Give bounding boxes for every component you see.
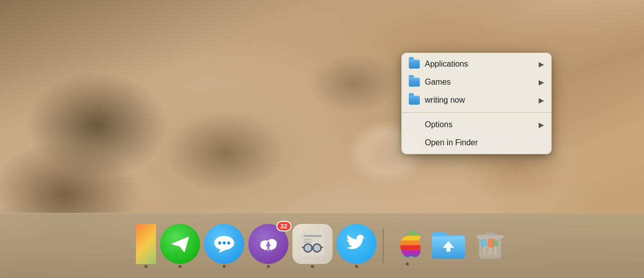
- menu-item-options[interactable]: Options ▶: [402, 116, 551, 134]
- svg-point-1: [218, 241, 221, 244]
- dock-dot-cloudapp: [267, 265, 270, 268]
- folder-writing-icon: [409, 95, 420, 106]
- folder-applications-icon: [409, 59, 420, 70]
- svg-point-14: [313, 244, 321, 252]
- menu-section-actions: Options ▶ Open in Finder: [402, 114, 551, 154]
- svg-rect-8: [267, 246, 269, 249]
- context-menu: Applications ▶ Games ▶ writing now ▶ Opt…: [401, 53, 552, 154]
- cloudapp-badge: 32: [276, 221, 291, 231]
- dock: 32: [0, 213, 644, 278]
- dock-item-colorful-app[interactable]: [136, 224, 156, 268]
- menu-item-applications-label: Applications: [425, 60, 534, 69]
- menu-divider: [402, 112, 551, 113]
- svg-rect-20: [394, 245, 421, 250]
- dock-item-messages[interactable]: [204, 224, 244, 268]
- svg-rect-22: [394, 254, 421, 259]
- twitter-icon: [345, 232, 368, 255]
- apple-icon: [390, 226, 425, 261]
- dock-separator: [383, 228, 384, 263]
- trash-icon: [472, 226, 508, 262]
- menu-item-applications[interactable]: Applications ▶: [402, 55, 551, 73]
- dock-item-downloads[interactable]: [429, 224, 468, 267]
- svg-point-13: [304, 244, 312, 252]
- svg-point-2: [223, 241, 226, 244]
- svg-point-3: [227, 241, 230, 244]
- messages-icon: [213, 234, 236, 254]
- readkit-icon: [298, 230, 327, 258]
- svg-rect-11: [303, 239, 311, 240]
- dock-item-twitter[interactable]: [337, 224, 377, 268]
- cloud-icon: [257, 232, 280, 255]
- dock-dot-copilot: [179, 265, 182, 268]
- menu-item-options-arrow: ▶: [539, 121, 544, 129]
- menu-item-options-label: Options: [425, 120, 534, 129]
- dock-item-cloudapp[interactable]: 32: [248, 224, 288, 268]
- menu-item-writing-now-arrow: ▶: [539, 96, 544, 104]
- menu-item-games-label: Games: [425, 78, 534, 87]
- svg-rect-19: [394, 240, 421, 245]
- svg-rect-21: [394, 250, 421, 255]
- menu-item-applications-arrow: ▶: [539, 60, 544, 68]
- dock-item-trash[interactable]: [472, 226, 508, 266]
- svg-rect-12: [303, 241, 311, 243]
- svg-rect-10: [303, 235, 321, 237]
- dock-item-copilot[interactable]: [160, 224, 200, 268]
- dock-dot-apple: [406, 262, 409, 265]
- menu-item-games[interactable]: Games ▶: [402, 73, 551, 91]
- svg-rect-29: [486, 232, 495, 235]
- dock-dot-messages: [223, 265, 226, 268]
- menu-item-writing-now-label: writing now: [425, 96, 534, 105]
- downloads-folder-icon: [429, 224, 468, 263]
- svg-rect-35: [494, 240, 499, 246]
- paper-plane-icon: [169, 232, 192, 255]
- dock-dot-readkit: [311, 265, 314, 268]
- folder-games-icon: [409, 77, 420, 88]
- menu-item-open-in-finder[interactable]: Open in Finder: [402, 134, 551, 152]
- svg-rect-18: [394, 235, 421, 240]
- menu-item-writing-now[interactable]: writing now ▶: [402, 91, 551, 109]
- menu-section-folders: Applications ▶ Games ▶ writing now ▶: [402, 53, 551, 111]
- menu-item-games-arrow: ▶: [539, 78, 544, 86]
- dock-dot: [144, 265, 147, 268]
- dock-dot-twitter: [355, 265, 358, 268]
- svg-rect-17: [394, 230, 421, 235]
- dock-item-readkit[interactable]: [292, 224, 333, 268]
- menu-item-open-in-finder-label: Open in Finder: [425, 138, 544, 147]
- dock-item-apple[interactable]: [390, 226, 425, 265]
